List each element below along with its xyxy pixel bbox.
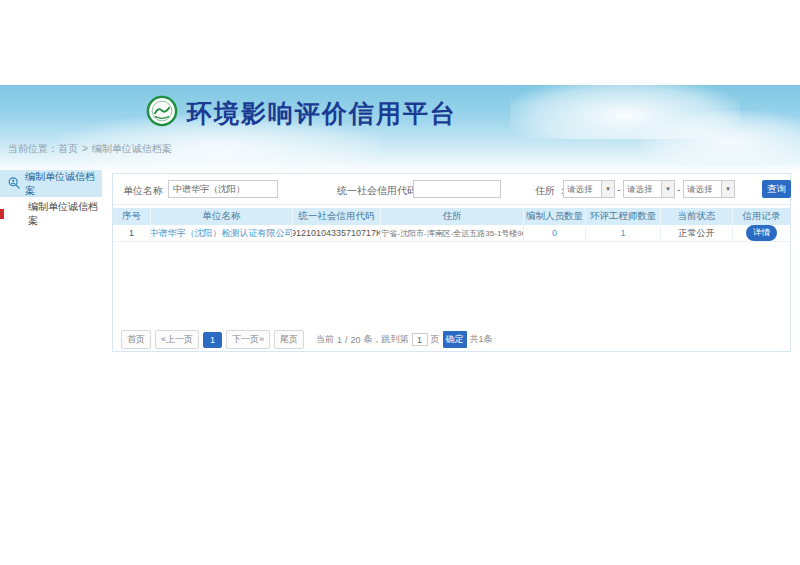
col-header-unit-name: 单位名称 — [151, 208, 293, 225]
district-select-value: 请选择 — [684, 181, 721, 197]
pagination-total: 共1条 — [470, 333, 493, 346]
detail-button[interactable]: 详情 — [746, 225, 777, 241]
sidebar: 编制单位诚信档案 编制单位诚信档案 — [0, 170, 102, 227]
pagination-page-size: 20 — [351, 335, 361, 345]
table-row: 1 中谱华宇（沈阳）检测认证有限公司 91210104335710717K 辽宁… — [113, 225, 790, 242]
page: 环境影响评价信用平台 当前位置：首页>编制单位诚信档案 编制单位诚信档案 — [0, 0, 800, 565]
district-select[interactable]: 请选择 ▾ — [683, 180, 735, 198]
col-header-credit-record: 信用记录 — [733, 208, 790, 225]
chevron-down-icon: ▾ — [721, 181, 734, 197]
last-page-button[interactable]: 尾页 — [274, 330, 304, 349]
page-title: 环境影响评价信用平台 — [187, 97, 457, 130]
sidebar-item-label: 编制单位诚信档案 — [25, 170, 102, 198]
current-page-button[interactable]: 1 — [203, 332, 222, 348]
col-header-address: 住所 — [381, 208, 524, 225]
pagination: 首页 «上一页 1 下一页» 尾页 当前 1 / 20 条，跳到第 页 确定 共… — [121, 330, 493, 349]
brand: 环境影响评价信用平台 — [146, 95, 457, 131]
header-banner: 环境影响评价信用平台 当前位置：首页>编制单位诚信档案 — [0, 85, 800, 170]
breadcrumb-label: 当前位置： — [8, 143, 58, 154]
col-header-credit-code: 统一社会信用代码 — [293, 208, 381, 225]
cloud-decor — [510, 85, 740, 139]
pagination-info-prefix: 当前 — [316, 333, 334, 346]
col-header-status: 当前状态 — [661, 208, 733, 225]
results-table: 序号 单位名称 统一社会信用代码 住所 编制人员数量 环评工程师数量 当前状态 … — [113, 208, 790, 242]
unit-name-input[interactable] — [168, 180, 278, 198]
main-panel: 单位名称 ： 统一社会信用代码 ： 住所 ： 请选择 ▾ - 请选择 ▾ - 请… — [112, 173, 791, 352]
breadcrumb-home-link[interactable]: 首页 — [58, 143, 78, 154]
jump-confirm-button[interactable]: 确定 — [443, 331, 467, 348]
cell-credit-code: 91210104335710717K — [293, 225, 381, 242]
prev-page-button[interactable]: «上一页 — [155, 330, 199, 349]
sidebar-item-label: 编制单位诚信档案 — [28, 200, 102, 228]
jump-page-input[interactable] — [412, 333, 428, 346]
sidebar-item-unit-credit-archive[interactable]: 编制单位诚信档案 — [0, 170, 102, 197]
province-select-value: 请选择 — [564, 181, 601, 197]
province-select[interactable]: 请选择 ▾ — [563, 180, 615, 198]
engineer-count-link[interactable]: 1 — [620, 228, 625, 238]
next-page-button[interactable]: 下一页» — [226, 330, 270, 349]
pagination-info: 当前 1 / 20 条，跳到第 页 确定 共1条 — [316, 331, 493, 348]
pagination-page-separator: / — [345, 335, 348, 345]
person-search-icon — [8, 177, 20, 191]
cell-address: 辽宁省-沈阳市-浑南区-全运五路35-1号楼902 — [381, 225, 524, 242]
cell-status: 正常公开 — [661, 225, 733, 242]
search-button[interactable]: 查询 — [762, 180, 791, 198]
city-select[interactable]: 请选择 ▾ — [623, 180, 675, 198]
pagination-page-number: 1 — [337, 335, 342, 345]
col-header-engineer-count: 环评工程师数量 — [586, 208, 661, 225]
range-separator: - — [677, 184, 680, 195]
pagination-page-unit: 页 — [431, 333, 440, 346]
mee-logo-icon — [146, 95, 178, 131]
unit-name-link[interactable]: 中谱华宇（沈阳）检测认证有限公司 — [151, 227, 293, 240]
col-header-staff-count: 编制人员数量 — [524, 208, 586, 225]
range-separator: - — [617, 184, 620, 195]
red-marker-icon — [0, 209, 4, 219]
city-select-value: 请选择 — [624, 181, 661, 197]
sidebar-item-unit-credit-archive-2[interactable]: 编制单位诚信档案 — [0, 200, 102, 227]
content-area: 编制单位诚信档案 编制单位诚信档案 单位名称 ： 统一社会信用代码 ： 住所 ：… — [0, 170, 800, 565]
cell-index: 1 — [113, 225, 151, 242]
credit-code-input[interactable] — [413, 180, 501, 198]
breadcrumb-separator: > — [82, 143, 88, 154]
chevron-down-icon: ▾ — [601, 181, 614, 197]
cloud-decor — [640, 111, 800, 161]
pagination-info-middle: 条，跳到第 — [364, 333, 409, 346]
breadcrumb: 当前位置：首页>编制单位诚信档案 — [8, 142, 172, 156]
col-header-index: 序号 — [113, 208, 151, 225]
breadcrumb-current: 编制单位诚信档案 — [92, 143, 172, 154]
first-page-button[interactable]: 首页 — [121, 330, 151, 349]
chevron-down-icon: ▾ — [661, 181, 674, 197]
table-header-row: 序号 单位名称 统一社会信用代码 住所 编制人员数量 环评工程师数量 当前状态 … — [113, 208, 790, 225]
staff-count-link[interactable]: 0 — [552, 228, 557, 238]
search-form: 单位名称 ： 统一社会信用代码 ： 住所 ： 请选择 ▾ - 请选择 ▾ - 请… — [113, 174, 790, 205]
